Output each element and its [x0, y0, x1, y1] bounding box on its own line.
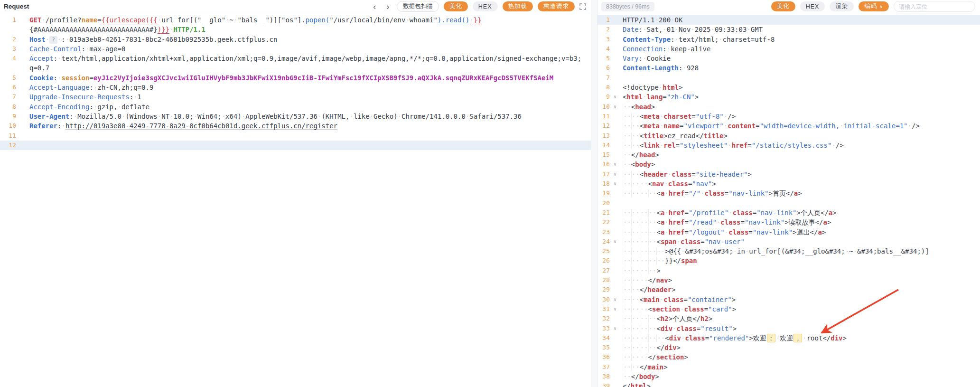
response-size-badge: 838bytes / 96ms: [601, 2, 654, 11]
fold-chevron-icon: [611, 217, 619, 227]
code-line: 4Connection:·keep-alive: [597, 44, 980, 54]
line-number: 7: [0, 92, 16, 102]
fold-chevron-icon: [611, 285, 619, 294]
fold-chevron-icon: [611, 381, 619, 387]
code-line: 36······</section>: [597, 352, 980, 362]
code-line: 34··········<div·class="rendered">欢迎：·欢迎…: [597, 333, 980, 343]
beautify-button-request[interactable]: 美化: [444, 1, 468, 11]
line-number: 26: [597, 256, 610, 265]
line-number: 8: [597, 83, 610, 92]
line-number: 31: [597, 304, 610, 314]
code-line: 30∨····<main·class="container">: [597, 295, 980, 304]
fold-chevron-icon[interactable]: ∨: [611, 170, 619, 179]
line-number: 23: [597, 227, 610, 237]
fold-chevron-icon: [611, 256, 619, 265]
packet-viewer-app: Request ‹ › 数据包扫描 美化 HEX 热加载 构造请求 1GET·/…: [0, 0, 980, 387]
code-line: 15··</head>: [597, 150, 980, 160]
code-line: 2Date:·Sat,·01·Nov·2025·09:33:03·GMT: [597, 25, 980, 34]
locate-input[interactable]: [894, 1, 975, 12]
fold-chevron-icon[interactable]: ∨: [611, 179, 619, 189]
line-number: 35: [597, 343, 610, 352]
code-line: 21········<a·href="/profile"·class="nav-…: [597, 208, 980, 217]
fold-chevron-icon[interactable]: ∨: [611, 160, 619, 169]
fold-chevron-icon: [611, 189, 619, 198]
fold-chevron-icon: [611, 266, 619, 275]
line-number: 27: [597, 266, 610, 275]
line-number: 33: [597, 324, 610, 333]
fold-chevron-icon: [611, 333, 619, 343]
fold-chevron-icon: [611, 343, 619, 352]
line-number: 6: [597, 63, 610, 73]
pane-divider[interactable]: [591, 0, 597, 387]
code-line: 26··········}}</span: [597, 256, 980, 265]
line-number: 29: [597, 285, 610, 294]
hot-reload-button[interactable]: 热加载: [503, 1, 533, 11]
code-line: 38··</body>: [597, 372, 980, 381]
code-line: 10Referer:·http://019a3e80-4249-7778-8a2…: [0, 121, 591, 131]
fold-chevron-icon[interactable]: ∨: [611, 102, 619, 112]
code-line: 2Host·?·:·019a3eb8-4261-7831-8bc2-4681b0…: [0, 35, 591, 44]
line-number: 11: [597, 112, 610, 121]
code-line: 37····</main>: [597, 362, 980, 372]
fold-chevron-icon: [611, 372, 619, 381]
next-packet-button[interactable]: ›: [383, 2, 392, 11]
code-line: 7Upgrade-Insecure-Requests:·1: [0, 92, 591, 102]
hex-button-request[interactable]: HEX: [473, 1, 498, 11]
fold-chevron-icon[interactable]: ∨: [611, 237, 619, 246]
code-line: 20: [597, 198, 980, 208]
fold-chevron-icon[interactable]: ∨: [611, 324, 619, 333]
code-line: 7: [597, 73, 980, 83]
packet-scan-button[interactable]: 数据包扫描: [397, 1, 439, 12]
fold-chevron-icon: [611, 15, 619, 25]
code-line: 9∨<html·lang="zh-CN">: [597, 92, 980, 102]
line-number: 13: [597, 131, 610, 141]
line-number: 37: [597, 362, 610, 372]
fold-chevron-icon[interactable]: ∨: [611, 92, 619, 102]
line-number: 6: [0, 83, 16, 92]
line-number: 34: [597, 333, 610, 343]
fold-chevron-icon: [611, 112, 619, 121]
line-number: 11: [0, 131, 16, 141]
encode-button[interactable]: 编码 ∨: [859, 1, 889, 11]
line-number: 8: [0, 102, 16, 112]
line-number: 24: [597, 237, 610, 246]
line-number: 18: [597, 179, 610, 189]
code-line: 33∨········<div·class="result">: [597, 324, 980, 333]
line-number: 5: [0, 73, 16, 83]
fold-chevron-icon[interactable]: ∨: [611, 295, 619, 304]
line-number: 10: [0, 121, 16, 131]
line-number: 25: [597, 246, 610, 256]
line-number: 9: [0, 112, 16, 121]
response-code[interactable]: 1HTTP/1.1·200·OK2Date:·Sat,·01·Nov·2025·…: [597, 13, 980, 387]
fold-chevron-icon: [611, 141, 619, 150]
request-pane: Request ‹ › 数据包扫描 美化 HEX 热加载 构造请求 1GET·/…: [0, 0, 591, 387]
code-line: 6Accept-Language:·zh-CN,zh;q=0.9: [0, 83, 591, 92]
fullscreen-icon[interactable]: [579, 3, 586, 10]
code-line: 32········<h2>个人页</h2>: [597, 314, 980, 323]
fold-chevron-icon: [611, 362, 619, 372]
fold-chevron-icon: [611, 352, 619, 362]
render-button[interactable]: 渲染: [830, 1, 854, 11]
chevron-down-icon: ∨: [879, 4, 883, 9]
line-number: 21: [597, 208, 610, 217]
encode-label: 编码: [864, 2, 877, 10]
line-number: 4: [597, 44, 610, 54]
beautify-button-response[interactable]: 美化: [771, 1, 795, 11]
code-line: 14····<link·rel="stylesheet"·href="/stat…: [597, 141, 980, 150]
code-line: q=0.7: [0, 63, 591, 73]
prev-packet-button[interactable]: ‹: [370, 2, 379, 11]
line-number: 2: [0, 35, 16, 44]
request-code[interactable]: 1GET·/profile?name={{urlescape({{·url_fo…: [0, 13, 591, 387]
line-number: 30: [597, 295, 610, 304]
line-number: 19: [597, 189, 610, 198]
code-line: 25··········>@{{·&#34;os&#34;·in·url_for…: [597, 246, 980, 256]
line-number: 16: [597, 160, 610, 169]
fold-chevron-icon: [611, 73, 619, 83]
fold-chevron-icon[interactable]: ∨: [611, 304, 619, 314]
code-line: 39</html>: [597, 381, 980, 387]
build-request-button[interactable]: 构造请求: [538, 1, 575, 11]
response-header: 838bytes / 96ms 美化 HEX 渲染 编码 ∨: [597, 0, 980, 13]
code-line: 5Vary:·Cookie: [597, 54, 980, 63]
line-number: 1: [0, 15, 16, 25]
hex-button-response[interactable]: HEX: [800, 1, 825, 11]
